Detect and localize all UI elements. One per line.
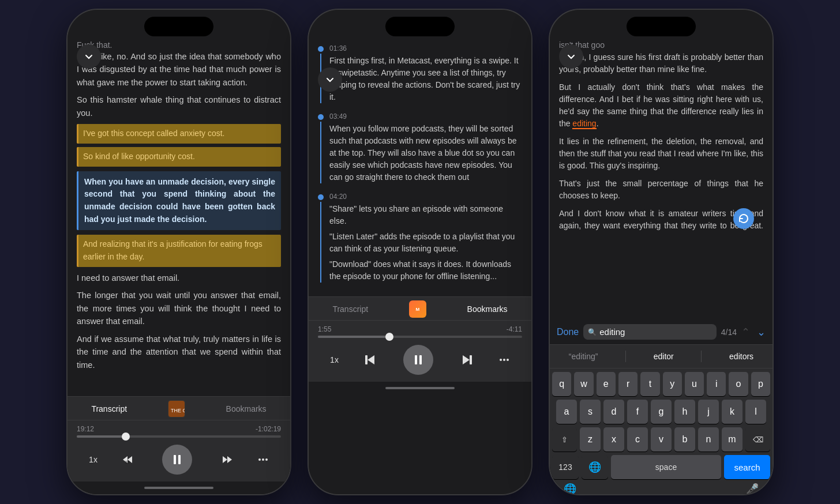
tab-bookmarks-2[interactable]: Bookmarks: [460, 302, 515, 316]
num-key[interactable]: 123: [552, 455, 579, 479]
ts-time-1: 01:36: [329, 44, 522, 52]
ts-content-1: 01:36 First things first, in Metacast, e…: [329, 44, 522, 103]
tab-transcript-2[interactable]: Transcript: [325, 302, 375, 316]
more-button-1[interactable]: [257, 454, 269, 465]
key-d[interactable]: d: [603, 400, 624, 424]
key-c[interactable]: c: [627, 427, 648, 452]
suggestion-divider-2: [701, 351, 702, 362]
space-key[interactable]: space: [611, 455, 721, 479]
p3-para-3: It lies in the refinement, the deletion,…: [559, 136, 763, 172]
bottom-bar-1: Transcript THE GAME Bookmarks 19:12 -1:0…: [68, 396, 290, 482]
dynamic-island-1: [144, 17, 213, 36]
delete-key[interactable]: ⌫: [745, 427, 770, 452]
search-field[interactable]: 🔍 editing: [583, 324, 717, 340]
para-5: And if we assume that what truly, truly …: [77, 333, 281, 371]
progress-fill-1: [77, 435, 126, 438]
key-k[interactable]: k: [722, 400, 742, 424]
key-r[interactable]: r: [618, 372, 638, 396]
key-f[interactable]: f: [627, 400, 648, 424]
search-field-icon: 🔍: [588, 328, 597, 336]
ts-text-3b: "Listen Later" adds the episode to a pla…: [329, 231, 522, 255]
speed-button-2[interactable]: 1x: [330, 355, 339, 364]
bottom-bar-2: Transcript M Bookmarks 1:55 -4:11: [309, 296, 531, 382]
phone-3: isn't that goo I mean, I guess sure his …: [549, 9, 774, 495]
key-x[interactable]: x: [603, 427, 624, 452]
progress-track-1[interactable]: [77, 435, 281, 438]
progress-track-2[interactable]: [318, 336, 522, 338]
key-w[interactable]: w: [574, 372, 593, 396]
prev-arrow[interactable]: ⌃: [741, 326, 750, 338]
para-4: The longer that you wait until you answe…: [77, 289, 281, 328]
done-button[interactable]: Done: [557, 327, 579, 337]
tab-bookmarks-1[interactable]: Bookmarks: [219, 402, 273, 416]
forward-button-2[interactable]: [458, 352, 474, 368]
key-o[interactable]: o: [729, 372, 748, 396]
highlight-gold-3: And realizing that it's a justification …: [77, 235, 281, 266]
ts-marker-2: [318, 112, 324, 183]
suggestion-editor[interactable]: editor: [648, 349, 680, 363]
key-t[interactable]: t: [640, 372, 659, 396]
dropdown-button-2[interactable]: [318, 67, 342, 92]
pause-button-1[interactable]: [162, 445, 192, 475]
editing-highlight: editing: [572, 119, 596, 129]
key-h[interactable]: h: [674, 400, 695, 424]
tab-bookmarks-label-1: Bookmarks: [226, 404, 267, 413]
key-v[interactable]: v: [651, 427, 672, 452]
key-s[interactable]: s: [580, 400, 601, 424]
key-b[interactable]: b: [674, 427, 695, 452]
ts-time-2: 03:49: [329, 112, 522, 121]
pause-button-2[interactable]: [403, 345, 433, 375]
key-u[interactable]: u: [685, 372, 704, 396]
ts-marker-3: [318, 193, 324, 283]
rewind-button-1[interactable]: 10: [122, 452, 138, 468]
svg-rect-8: [365, 355, 367, 364]
svg-rect-11: [470, 355, 472, 364]
para-2: So this hamster whale thing that continu…: [77, 93, 281, 119]
progress-thumb-2: [385, 333, 393, 341]
home-indicator-1: [68, 482, 290, 494]
speed-button-1[interactable]: 1x: [89, 455, 97, 464]
globe-key[interactable]: 🌐: [582, 455, 608, 479]
playback-bar-2: 1:55 -4:11 1x: [309, 321, 531, 382]
key-m[interactable]: m: [722, 427, 742, 452]
kb-row-1: q w e r t y u i o p: [552, 372, 770, 396]
key-q[interactable]: q: [552, 372, 571, 396]
suggestions-row: “editing” editor editors: [550, 345, 772, 368]
time-remaining-2: -4:11: [507, 325, 522, 333]
nav-arrows: ⌃ ⌄: [741, 326, 766, 338]
shift-key[interactable]: ⇧: [552, 427, 577, 452]
p3-para-2: But I actually don't think that's what m…: [559, 81, 763, 130]
highlight-gold-2: So kind of like opportunity cost.: [77, 147, 281, 167]
key-e[interactable]: e: [597, 372, 616, 396]
key-i[interactable]: i: [707, 372, 726, 396]
tab-transcript-label-1: Transcript: [91, 404, 127, 413]
suggestion-quoted[interactable]: “editing”: [563, 349, 604, 363]
key-n[interactable]: n: [698, 427, 719, 452]
key-j[interactable]: j: [698, 400, 719, 424]
highlight-blue-1: When you have an unmade decision, every …: [77, 171, 281, 231]
key-y[interactable]: y: [663, 372, 682, 396]
key-l[interactable]: l: [745, 400, 766, 424]
bottom-mic-icon[interactable]: 🎤: [746, 483, 759, 494]
svg-rect-3: [174, 455, 176, 464]
tab-transcript-1[interactable]: Transcript: [84, 402, 134, 416]
dropdown-button-1[interactable]: [77, 44, 101, 69]
ts-dot-2: [318, 114, 324, 120]
more-button-2[interactable]: [498, 354, 510, 366]
progress-fill-2: [318, 336, 389, 338]
next-arrow[interactable]: ⌄: [757, 326, 766, 338]
para-3: I need to answer that email.: [77, 272, 281, 284]
key-p[interactable]: p: [751, 372, 770, 396]
dropdown-button-3[interactable]: [559, 44, 583, 69]
rewind-button-2[interactable]: [363, 352, 379, 368]
ts-text-3c: "Download" does what it says it does. It…: [329, 258, 522, 283]
key-a[interactable]: a: [556, 400, 577, 424]
forward-button-1[interactable]: [217, 452, 233, 468]
refresh-button-3[interactable]: [733, 208, 754, 229]
tab-bookmarks-label-2: Bookmarks: [467, 304, 508, 314]
bottom-globe-icon[interactable]: 🌐: [564, 483, 576, 494]
key-z[interactable]: z: [580, 427, 601, 452]
suggestion-editors[interactable]: editors: [723, 349, 759, 363]
key-g[interactable]: g: [651, 400, 672, 424]
search-key[interactable]: search: [724, 455, 770, 479]
